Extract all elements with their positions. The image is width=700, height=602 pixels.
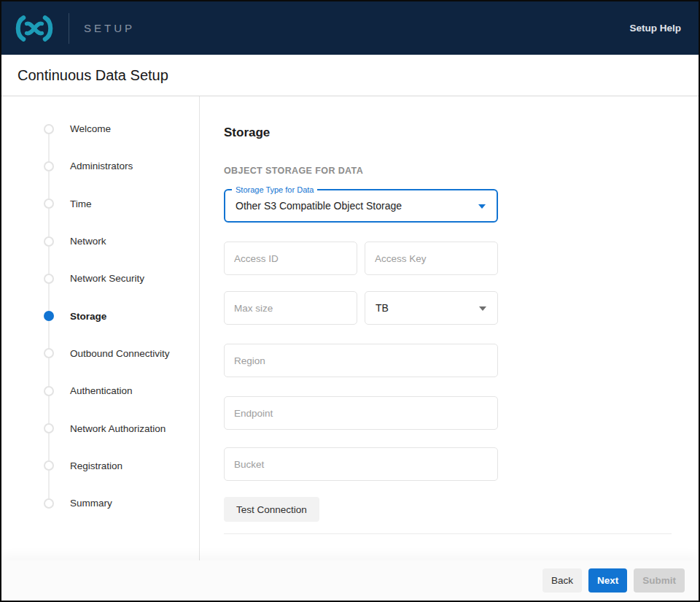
step-label: Administrators: [70, 161, 133, 171]
sidebar-item-network-authorization[interactable]: Network Authorization: [1, 409, 199, 447]
step-label: Outbound Connectivity: [70, 348, 170, 359]
delphix-logo-icon: [10, 12, 58, 45]
step-dot-icon: [44, 124, 54, 134]
sidebar-item-registration[interactable]: Registration: [1, 447, 199, 485]
storage-form-panel: Storage OBJECT STORAGE FOR DATA Storage …: [200, 96, 699, 560]
sidebar-item-network-security[interactable]: Network Security: [1, 260, 199, 297]
access-key-field[interactable]: [365, 242, 498, 275]
step-dot-active-icon: [44, 311, 54, 321]
back-button[interactable]: Back: [542, 568, 582, 593]
step-label: Storage: [70, 311, 106, 322]
next-button[interactable]: Next: [588, 568, 627, 593]
sidebar-item-outbound-connectivity[interactable]: Outbound Connectivity: [1, 335, 199, 372]
sidebar-item-administrators[interactable]: Administrators: [1, 147, 199, 185]
step-label: Registration: [70, 460, 122, 471]
max-size-row: TB: [224, 291, 498, 325]
step-dot-icon: [44, 348, 54, 358]
step-label: Authentication: [70, 385, 133, 396]
chevron-down-icon: [479, 306, 486, 311]
size-unit-value: TB: [376, 302, 389, 314]
step-dot-icon: [44, 161, 54, 171]
wizard-sidebar: Welcome Administrators Time Network Netw…: [1, 96, 200, 560]
step-dot-icon: [44, 386, 54, 396]
page-title: Continuous Data Setup: [18, 67, 168, 84]
sidebar-item-network[interactable]: Network: [1, 223, 199, 260]
sidebar-item-storage[interactable]: Storage: [1, 297, 199, 334]
step-label: Time: [70, 198, 92, 209]
storage-type-select[interactable]: Storage Type for Data Other S3 Compatibl…: [224, 189, 498, 223]
section-label: OBJECT STORAGE FOR DATA: [224, 166, 672, 177]
size-unit-select[interactable]: TB: [365, 291, 498, 325]
step-label: Network: [70, 236, 106, 247]
setup-window: SETUP Setup Help Continuous Data Setup W…: [0, 0, 700, 602]
storage-type-value: Other S3 Compatible Object Storage: [236, 200, 402, 212]
step-dot-icon: [44, 498, 54, 509]
wizard-stepper: Welcome Administrators Time Network Netw…: [1, 96, 199, 522]
sidebar-item-time[interactable]: Time: [1, 185, 199, 223]
test-connection-button[interactable]: Test Connection: [224, 497, 319, 522]
step-dot-icon: [44, 274, 54, 284]
form-heading: Storage: [224, 126, 672, 140]
section-divider: [224, 533, 672, 534]
region-field[interactable]: [224, 344, 498, 377]
step-label: Welcome: [70, 123, 111, 134]
access-id-field[interactable]: [224, 242, 357, 275]
bucket-field[interactable]: [224, 447, 498, 481]
content-area: Welcome Administrators Time Network Netw…: [1, 96, 699, 560]
submit-button[interactable]: Submit: [634, 568, 685, 593]
step-label: Network Security: [70, 273, 144, 284]
step-dot-icon: [44, 198, 54, 209]
page-title-bar: Continuous Data Setup: [1, 55, 699, 96]
step-dot-icon: [44, 460, 54, 471]
sidebar-item-authentication[interactable]: Authentication: [1, 372, 199, 409]
storage-type-label: Storage Type for Data: [232, 185, 317, 195]
wizard-footer: Back Next Submit: [1, 560, 699, 601]
step-dot-icon: [44, 236, 54, 247]
max-size-field[interactable]: [224, 291, 357, 325]
step-dot-icon: [44, 423, 54, 433]
topbar-divider: [69, 13, 69, 44]
step-label: Summary: [70, 498, 112, 509]
sidebar-item-welcome[interactable]: Welcome: [1, 110, 199, 147]
product-name: SETUP: [84, 22, 135, 34]
endpoint-field[interactable]: [224, 396, 498, 430]
sidebar-item-summary[interactable]: Summary: [1, 485, 199, 522]
access-credentials-row: [224, 242, 498, 275]
setup-help-link[interactable]: Setup Help: [629, 23, 681, 34]
top-app-bar: SETUP Setup Help: [1, 1, 699, 55]
chevron-down-icon: [478, 204, 486, 209]
step-label: Network Authorization: [70, 423, 166, 434]
